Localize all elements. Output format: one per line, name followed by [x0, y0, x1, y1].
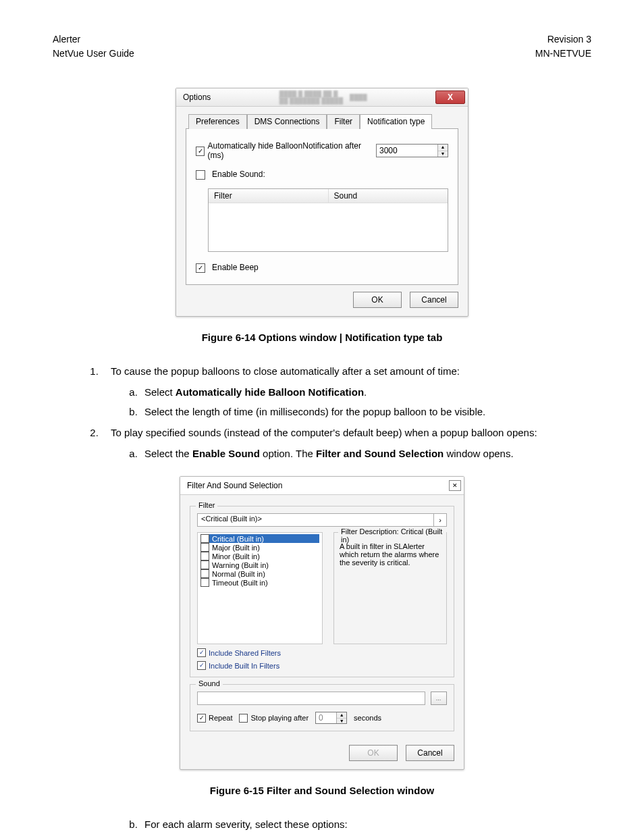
filter-item-label: Warning (Built in) — [212, 561, 269, 569]
tab-notification-type[interactable]: Notification type — [360, 114, 432, 129]
auto-hide-value[interactable]: 3000 — [377, 145, 438, 157]
filter-item-checkbox[interactable] — [200, 543, 209, 552]
filter-dropdown-value: <Critical (Built in)> — [198, 514, 433, 526]
spinner-up-icon[interactable]: ▲ — [438, 145, 448, 151]
instr-2b: For each alarm severity, select these op… — [140, 815, 591, 833]
sound-fieldset: Sound … Repeat Stop playing after — [190, 684, 454, 731]
filter-fieldset: Filter <Critical (Built in)> › Critical … — [190, 506, 454, 677]
cancel-button[interactable]: Cancel — [410, 292, 458, 308]
filter-fieldset-title: Filter — [196, 501, 217, 509]
col-filter: Filter — [209, 189, 329, 203]
sound-fieldset-title: Sound — [196, 679, 223, 687]
filter-item-checkbox[interactable] — [200, 534, 209, 543]
filter-item-label: Major (Built in) — [212, 544, 260, 552]
filter-item-minor[interactable]: Minor (Built in) — [200, 552, 319, 561]
filter-list[interactable]: Critical (Built in) Major (Built in) Min… — [197, 532, 323, 644]
instr-1a-pre: Select — [144, 386, 176, 398]
header-left-2: NetVue User Guide — [53, 47, 134, 61]
options-dialog: Options ████ █ ████ ██ █ ██ ███████ ████… — [176, 88, 468, 317]
header-right-2: MN-NETVUE — [535, 47, 591, 61]
stop-playing-checkbox[interactable] — [239, 714, 248, 723]
instr-2a-pre: Select the — [144, 448, 192, 459]
repeat-checkbox[interactable] — [197, 714, 206, 723]
enable-beep-label: Enable Beep — [212, 263, 259, 272]
tab-filter[interactable]: Filter — [327, 114, 360, 129]
instr-2a-b2: Filter and Sound Selection — [316, 448, 444, 459]
filter-description-body: A built in filter in SLAlerter which ret… — [340, 542, 441, 567]
filter-sound-table: Filter Sound — [208, 188, 448, 252]
filter-item-label: Minor (Built in) — [212, 552, 260, 561]
instr-1b: Select the length of time (in millisecon… — [140, 402, 591, 421]
filter-description-box: Filter Description: Critical (Built in) … — [333, 532, 447, 644]
blurred-header-text: ████ █ ████ ██ █ ██ ███████ █████ ████ — [279, 91, 367, 104]
header-right-1: Revision 3 — [535, 32, 591, 47]
close-icon[interactable]: ✕ — [449, 480, 461, 491]
spinner-down-icon[interactable]: ▼ — [438, 151, 448, 157]
enable-sound-checkbox[interactable] — [196, 170, 205, 180]
spinner-down-icon[interactable]: ▼ — [337, 719, 346, 724]
auto-hide-spinner[interactable]: 3000 ▲ ▼ — [376, 144, 448, 157]
auto-hide-checkbox[interactable] — [196, 147, 205, 156]
filter-item-timeout[interactable]: Timeout (Built in) — [200, 578, 319, 587]
sound-file-input[interactable] — [197, 692, 425, 705]
filter-dropdown[interactable]: <Critical (Built in)> › — [197, 513, 447, 527]
header-left-1: Alerter — [53, 32, 134, 47]
tab-dms-connections[interactable]: DMS Connections — [247, 114, 327, 129]
stop-playing-label: Stop playing after — [250, 714, 308, 722]
enable-sound-label: Enable Sound: — [212, 170, 265, 179]
ok-button[interactable]: OK — [353, 292, 402, 308]
instr-1a-bold: Automatically hide Balloon Notification — [176, 386, 364, 398]
filter-item-label: Normal (Built in) — [212, 570, 265, 578]
filter-sound-dialog-title: Filter And Sound Selection — [187, 481, 282, 490]
stop-after-spinner[interactable]: 0 ▲ ▼ — [315, 712, 347, 724]
instr-2a-mid: option. The — [260, 448, 316, 459]
chevron-right-icon[interactable]: › — [433, 514, 446, 526]
enable-beep-checkbox[interactable] — [196, 263, 205, 273]
filter-item-label: Critical (Built in) — [212, 535, 264, 543]
filter-item-critical[interactable]: Critical (Built in) — [200, 534, 319, 543]
filter-item-warning[interactable]: Warning (Built in) — [200, 561, 319, 569]
col-sound: Sound — [329, 189, 448, 203]
filter-item-checkbox[interactable] — [200, 569, 209, 578]
include-shared-label: Include Shared Filters — [209, 649, 281, 657]
instr-2a-b1: Enable Sound — [192, 448, 260, 459]
instruction-list: To cause the popup balloons to close aut… — [101, 362, 591, 463]
auto-hide-label: Automatically hide BalloonNotification a… — [207, 141, 372, 160]
instr-1a-post: . — [364, 386, 367, 398]
page-header: Alerter NetVue User Guide Revision 3 MN-… — [53, 32, 591, 61]
options-dialog-title: Options — [183, 93, 211, 102]
filter-description-title: Filter Description: Critical (Built in) — [338, 527, 446, 544]
repeat-label: Repeat — [209, 714, 232, 722]
stop-after-value[interactable]: 0 — [316, 712, 337, 723]
close-icon[interactable]: X — [435, 90, 465, 104]
figure-6-15-caption: Figure 6-15 Filter and Sound Selection w… — [53, 785, 591, 796]
figure-6-14-caption: Figure 6-14 Options window | Notificatio… — [53, 332, 591, 343]
include-builtin-checkbox[interactable] — [197, 661, 206, 670]
instr-2a-post: window opens. — [444, 448, 513, 459]
filter-item-checkbox[interactable] — [200, 578, 209, 587]
browse-button[interactable]: … — [431, 692, 447, 705]
cancel-button[interactable]: Cancel — [406, 745, 454, 761]
filter-item-major[interactable]: Major (Built in) — [200, 543, 319, 552]
filter-item-checkbox[interactable] — [200, 561, 209, 569]
spinner-up-icon[interactable]: ▲ — [337, 712, 346, 719]
filter-item-label: Timeout (Built in) — [212, 579, 268, 587]
filter-item-checkbox[interactable] — [200, 552, 209, 561]
include-builtin-label: Include Built In Filters — [209, 662, 279, 670]
filter-item-normal[interactable]: Normal (Built in) — [200, 569, 319, 578]
instr-2: To play specified sounds (instead of the… — [111, 427, 537, 438]
ok-button[interactable]: OK — [349, 745, 398, 761]
include-shared-checkbox[interactable] — [197, 648, 206, 657]
seconds-label: seconds — [354, 714, 381, 722]
filter-sound-dialog: Filter And Sound Selection ✕ Filter <Cri… — [180, 476, 464, 770]
tab-preferences[interactable]: Preferences — [188, 114, 247, 129]
instr-1: To cause the popup balloons to close aut… — [111, 365, 460, 377]
